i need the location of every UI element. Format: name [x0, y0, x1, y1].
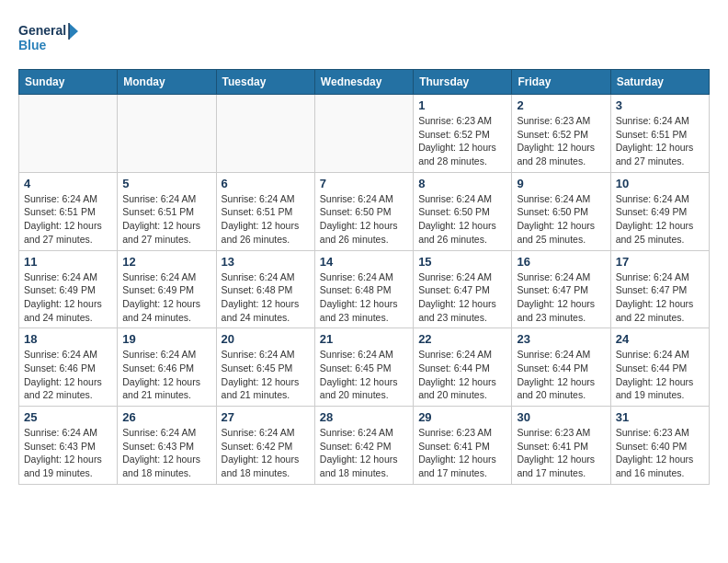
calendar-cell: 27Sunrise: 6:24 AM Sunset: 6:42 PM Dayli… — [216, 407, 314, 485]
day-info: Sunrise: 6:24 AM Sunset: 6:50 PM Dayligh… — [418, 192, 506, 247]
calendar-cell: 12Sunrise: 6:24 AM Sunset: 6:49 PM Dayli… — [118, 250, 216, 328]
day-number: 11 — [24, 255, 112, 269]
week-row-2: 4Sunrise: 6:24 AM Sunset: 6:51 PM Daylig… — [19, 172, 710, 250]
day-number: 13 — [222, 255, 310, 269]
week-row-1: 1Sunrise: 6:23 AM Sunset: 6:52 PM Daylig… — [19, 95, 710, 173]
calendar-cell — [19, 95, 118, 173]
calendar-header-row: SundayMondayTuesdayWednesdayThursdayFrid… — [19, 70, 710, 95]
header: General Blue — [18, 18, 710, 60]
calendar-cell: 10Sunrise: 6:24 AM Sunset: 6:49 PM Dayli… — [610, 172, 709, 250]
day-info: Sunrise: 6:24 AM Sunset: 6:49 PM Dayligh… — [24, 270, 112, 325]
day-number: 23 — [517, 332, 605, 346]
week-row-3: 11Sunrise: 6:24 AM Sunset: 6:49 PM Dayli… — [19, 250, 710, 328]
day-number: 17 — [616, 255, 704, 269]
day-info: Sunrise: 6:24 AM Sunset: 6:50 PM Dayligh… — [517, 192, 605, 247]
day-number: 25 — [24, 410, 112, 424]
calendar-cell — [216, 95, 314, 173]
day-number: 9 — [517, 177, 605, 190]
calendar-cell: 13Sunrise: 6:24 AM Sunset: 6:48 PM Dayli… — [216, 250, 314, 328]
calendar-cell: 4Sunrise: 6:24 AM Sunset: 6:51 PM Daylig… — [19, 172, 118, 250]
day-number: 3 — [616, 98, 704, 112]
day-number: 21 — [320, 332, 408, 346]
calendar-cell: 26Sunrise: 6:24 AM Sunset: 6:43 PM Dayli… — [118, 407, 216, 485]
week-row-4: 18Sunrise: 6:24 AM Sunset: 6:46 PM Dayli… — [19, 328, 710, 407]
day-info: Sunrise: 6:24 AM Sunset: 6:44 PM Dayligh… — [517, 348, 605, 402]
calendar-cell: 2Sunrise: 6:23 AM Sunset: 6:52 PM Daylig… — [512, 95, 610, 173]
day-info: Sunrise: 6:24 AM Sunset: 6:47 PM Dayligh… — [418, 270, 506, 325]
day-info: Sunrise: 6:24 AM Sunset: 6:51 PM Dayligh… — [616, 114, 704, 168]
day-info: Sunrise: 6:23 AM Sunset: 6:41 PM Dayligh… — [418, 426, 506, 480]
week-row-5: 25Sunrise: 6:24 AM Sunset: 6:43 PM Dayli… — [19, 407, 710, 485]
calendar-cell: 11Sunrise: 6:24 AM Sunset: 6:49 PM Dayli… — [19, 250, 118, 328]
calendar-cell — [314, 95, 413, 173]
calendar-cell: 16Sunrise: 6:24 AM Sunset: 6:47 PM Dayli… — [512, 250, 610, 328]
day-number: 12 — [122, 255, 210, 269]
day-info: Sunrise: 6:24 AM Sunset: 6:51 PM Dayligh… — [24, 192, 112, 247]
day-number: 27 — [222, 410, 310, 424]
day-info: Sunrise: 6:24 AM Sunset: 6:47 PM Dayligh… — [616, 270, 704, 325]
day-number: 29 — [418, 410, 506, 424]
day-info: Sunrise: 6:24 AM Sunset: 6:45 PM Dayligh… — [320, 348, 408, 402]
calendar-cell: 23Sunrise: 6:24 AM Sunset: 6:44 PM Dayli… — [512, 328, 610, 407]
calendar-cell: 22Sunrise: 6:24 AM Sunset: 6:44 PM Dayli… — [414, 328, 512, 407]
day-info: Sunrise: 6:23 AM Sunset: 6:41 PM Dayligh… — [517, 426, 605, 480]
day-info: Sunrise: 6:24 AM Sunset: 6:49 PM Dayligh… — [616, 192, 704, 247]
calendar-cell — [118, 95, 216, 173]
day-number: 2 — [517, 98, 605, 112]
calendar-cell: 15Sunrise: 6:24 AM Sunset: 6:47 PM Dayli… — [414, 250, 512, 328]
day-number: 4 — [24, 177, 112, 190]
calendar-cell: 29Sunrise: 6:23 AM Sunset: 6:41 PM Dayli… — [414, 407, 512, 485]
day-number: 15 — [418, 255, 506, 269]
calendar-cell: 6Sunrise: 6:24 AM Sunset: 6:51 PM Daylig… — [216, 172, 314, 250]
calendar-cell: 24Sunrise: 6:24 AM Sunset: 6:44 PM Dayli… — [610, 328, 709, 407]
calendar-cell: 14Sunrise: 6:24 AM Sunset: 6:48 PM Dayli… — [314, 250, 413, 328]
day-number: 20 — [222, 332, 310, 346]
calendar-cell: 19Sunrise: 6:24 AM Sunset: 6:46 PM Dayli… — [118, 328, 216, 407]
day-info: Sunrise: 6:24 AM Sunset: 6:46 PM Dayligh… — [24, 348, 112, 402]
day-info: Sunrise: 6:24 AM Sunset: 6:44 PM Dayligh… — [418, 348, 506, 402]
day-info: Sunrise: 6:24 AM Sunset: 6:43 PM Dayligh… — [24, 426, 112, 480]
header-friday: Friday — [512, 70, 610, 95]
logo: General Blue — [18, 18, 83, 60]
header-wednesday: Wednesday — [314, 70, 413, 95]
calendar-cell: 9Sunrise: 6:24 AM Sunset: 6:50 PM Daylig… — [512, 172, 610, 250]
day-info: Sunrise: 6:24 AM Sunset: 6:45 PM Dayligh… — [222, 348, 310, 402]
day-info: Sunrise: 6:24 AM Sunset: 6:51 PM Dayligh… — [122, 192, 210, 247]
day-info: Sunrise: 6:24 AM Sunset: 6:48 PM Dayligh… — [320, 270, 408, 325]
calendar-cell: 7Sunrise: 6:24 AM Sunset: 6:50 PM Daylig… — [314, 172, 413, 250]
calendar-cell: 30Sunrise: 6:23 AM Sunset: 6:41 PM Dayli… — [512, 407, 610, 485]
calendar-cell: 18Sunrise: 6:24 AM Sunset: 6:46 PM Dayli… — [19, 328, 118, 407]
day-info: Sunrise: 6:24 AM Sunset: 6:50 PM Dayligh… — [320, 192, 408, 247]
calendar-cell: 21Sunrise: 6:24 AM Sunset: 6:45 PM Dayli… — [314, 328, 413, 407]
day-info: Sunrise: 6:23 AM Sunset: 6:40 PM Dayligh… — [616, 426, 704, 480]
day-number: 6 — [222, 177, 310, 190]
header-monday: Monday — [118, 70, 216, 95]
day-info: Sunrise: 6:24 AM Sunset: 6:48 PM Dayligh… — [222, 270, 310, 325]
calendar-cell: 25Sunrise: 6:24 AM Sunset: 6:43 PM Dayli… — [19, 407, 118, 485]
svg-marker-2 — [69, 23, 78, 40]
calendar-cell: 8Sunrise: 6:24 AM Sunset: 6:50 PM Daylig… — [414, 172, 512, 250]
day-info: Sunrise: 6:24 AM Sunset: 6:49 PM Dayligh… — [122, 270, 210, 325]
calendar-cell: 17Sunrise: 6:24 AM Sunset: 6:47 PM Dayli… — [610, 250, 709, 328]
day-number: 7 — [320, 177, 408, 190]
day-number: 5 — [122, 177, 210, 190]
day-number: 14 — [320, 255, 408, 269]
calendar-cell: 5Sunrise: 6:24 AM Sunset: 6:51 PM Daylig… — [118, 172, 216, 250]
day-info: Sunrise: 6:23 AM Sunset: 6:52 PM Dayligh… — [517, 114, 605, 168]
calendar-cell: 28Sunrise: 6:24 AM Sunset: 6:42 PM Dayli… — [314, 407, 413, 485]
calendar-table: SundayMondayTuesdayWednesdayThursdayFrid… — [18, 69, 710, 485]
day-info: Sunrise: 6:24 AM Sunset: 6:43 PM Dayligh… — [122, 426, 210, 480]
day-number: 24 — [616, 332, 704, 346]
day-number: 31 — [616, 410, 704, 424]
day-number: 16 — [517, 255, 605, 269]
day-number: 10 — [616, 177, 704, 190]
day-number: 28 — [320, 410, 408, 424]
day-number: 22 — [418, 332, 506, 346]
day-info: Sunrise: 6:23 AM Sunset: 6:52 PM Dayligh… — [418, 114, 506, 168]
day-number: 18 — [24, 332, 112, 346]
day-info: Sunrise: 6:24 AM Sunset: 6:44 PM Dayligh… — [616, 348, 704, 402]
header-sunday: Sunday — [19, 70, 118, 95]
calendar-cell: 20Sunrise: 6:24 AM Sunset: 6:45 PM Dayli… — [216, 328, 314, 407]
logo-svg: General Blue — [18, 18, 83, 60]
day-number: 30 — [517, 410, 605, 424]
